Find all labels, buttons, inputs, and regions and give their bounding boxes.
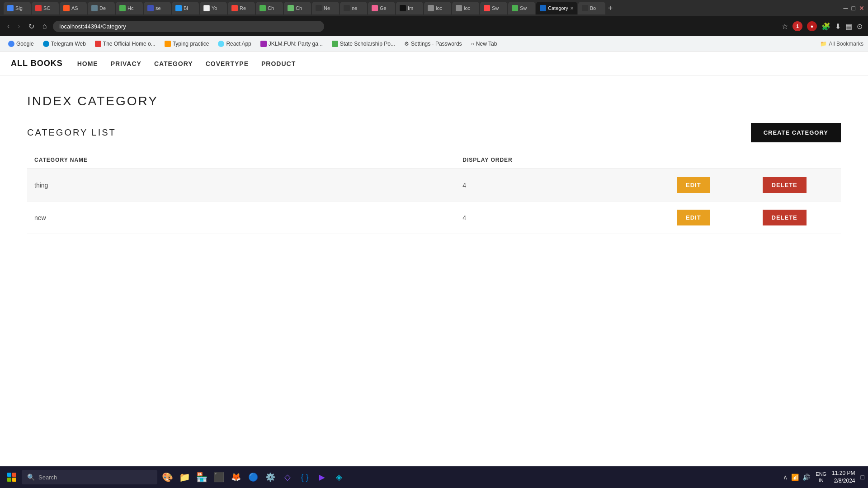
bookmark-new-tab[interactable]: ○ New Tab <box>467 39 501 48</box>
col-display-order: DISPLAY ORDER <box>455 151 670 169</box>
nav-category[interactable]: CATEGORY <box>154 60 193 67</box>
tab-de[interactable]: De <box>88 2 115 14</box>
row2-edit-cell: EDIT <box>670 202 755 234</box>
delete-button-row1[interactable]: DELETE <box>763 177 807 193</box>
forward-button[interactable]: › <box>16 20 22 32</box>
tab-bar: Sig SC AS De Hc se <box>0 0 868 16</box>
tab-ge[interactable]: Ge <box>368 2 395 14</box>
address-bar: ‹ › ↻ ⌂ ☆ 1 ● 🧩 ⬇ ▤ ⊙ <box>0 16 868 36</box>
extension-2-icon[interactable]: ● <box>807 21 817 31</box>
tab-close-icon[interactable]: ✕ <box>570 6 574 11</box>
tab-sw1[interactable]: Sw <box>480 2 507 14</box>
tab-yo[interactable]: Yo <box>200 2 227 14</box>
row1-edit-cell: EDIT <box>670 169 755 202</box>
delete-button-row2[interactable]: DELETE <box>763 210 807 225</box>
bookmark-official-home[interactable]: The Official Home o... <box>91 39 159 48</box>
row1-name: thing <box>27 169 455 202</box>
window-controls: ─ □ ✕ <box>844 5 864 12</box>
page-title: INDEX CATEGORY <box>27 94 841 108</box>
tab-im[interactable]: Im <box>396 2 423 14</box>
tab-re[interactable]: Re <box>228 2 255 14</box>
maximize-button[interactable]: □ <box>852 5 855 12</box>
tab-as[interactable]: AS <box>60 2 87 14</box>
row1-delete-cell: DELETE <box>755 169 841 202</box>
row1-display-order: 4 <box>455 169 670 202</box>
site-nav: ALL BOOKS HOME PRIVACY CATEGORY COVERTYP… <box>0 52 868 76</box>
browser-chrome: Sig SC AS De Hc se <box>0 0 868 350</box>
tab-sig[interactable]: Sig <box>4 2 31 14</box>
tab-ch2[interactable]: Ch <box>284 2 311 14</box>
toolbar-right: ☆ 1 ● 🧩 ⬇ ▤ ⊙ <box>782 21 863 31</box>
nav-covertype[interactable]: COVERTYPE <box>206 60 249 67</box>
col-delete <box>755 151 841 169</box>
nav-home[interactable]: HOME <box>77 60 98 67</box>
bookmark-state-scholarship[interactable]: State Scholarship Po... <box>328 39 399 48</box>
tab-bl[interactable]: Bl <box>172 2 199 14</box>
section-header: CATEGORY LIST CREATE CATEGORY <box>27 123 841 142</box>
edit-button-row1[interactable]: EDIT <box>677 177 710 193</box>
tab-ne1[interactable]: Ne <box>312 2 339 14</box>
tab-loc2[interactable]: loc <box>452 2 479 14</box>
row2-name: new <box>27 202 455 234</box>
bookmarks-bar: Google Telegram Web The Official Home o.… <box>0 36 868 52</box>
bookmark-telegram[interactable]: Telegram Web <box>39 39 90 48</box>
bookmark-icon[interactable]: ☆ <box>782 22 788 31</box>
category-table: CATEGORY NAME DISPLAY ORDER thing 4 EDIT <box>27 151 841 234</box>
tab-ch1[interactable]: Ch <box>256 2 283 14</box>
download-icon[interactable]: ⬇ <box>835 22 841 31</box>
site-logo: ALL BOOKS <box>11 59 63 68</box>
refresh-button[interactable]: ↻ <box>27 20 36 33</box>
tab-ne2[interactable]: ne <box>340 2 367 14</box>
tab-sw2[interactable]: Sw <box>508 2 535 14</box>
nav-product[interactable]: PRODUCT <box>261 60 296 67</box>
tab-category[interactable]: Category ✕ <box>536 2 577 14</box>
bookmark-typing-practice[interactable]: Typing practice <box>161 39 213 48</box>
bookmark-react-app[interactable]: React App <box>214 39 255 48</box>
row2-display-order: 4 <box>455 202 670 234</box>
section-title: CATEGORY LIST <box>27 127 116 138</box>
tab-se[interactable]: se <box>144 2 171 14</box>
all-bookmarks-button[interactable]: 📁 All Bookmarks <box>820 41 863 47</box>
minimize-button[interactable]: ─ <box>844 5 848 12</box>
close-button[interactable]: ✕ <box>859 5 864 12</box>
col-edit <box>670 151 755 169</box>
bookmark-google[interactable]: Google <box>5 39 38 48</box>
address-input[interactable] <box>53 21 324 32</box>
page-content: ALL BOOKS HOME PRIVACY CATEGORY COVERTYP… <box>0 52 868 350</box>
bookmark-settings-passwords[interactable]: ⚙ Settings - Passwords <box>401 39 466 48</box>
back-button[interactable]: ‹ <box>5 20 11 32</box>
bookmark-jklm[interactable]: JKLM.FUN: Party ga... <box>257 39 326 48</box>
tab-list: Sig SC AS De Hc se <box>4 2 843 14</box>
extension-1-icon[interactable]: 1 <box>793 21 802 31</box>
table-row: new 4 EDIT DELETE <box>27 202 841 234</box>
home-button[interactable]: ⌂ <box>41 20 49 32</box>
row2-delete-cell: DELETE <box>755 202 841 234</box>
edit-button-row2[interactable]: EDIT <box>677 210 710 225</box>
tab-hc[interactable]: Hc <box>116 2 143 14</box>
tab-loc1[interactable]: loc <box>424 2 451 14</box>
create-category-button[interactable]: CREATE CATEGORY <box>751 123 841 142</box>
tab-sc[interactable]: SC <box>32 2 59 14</box>
nav-links: HOME PRIVACY CATEGORY COVERTYPE PRODUCT <box>77 60 296 67</box>
col-category-name: CATEGORY NAME <box>27 151 455 169</box>
tab-bo[interactable]: Bo <box>578 2 605 14</box>
nav-privacy[interactable]: PRIVACY <box>111 60 142 67</box>
main-content: INDEX CATEGORY CATEGORY LIST CREATE CATE… <box>0 76 868 252</box>
screencapture-icon[interactable]: ⊙ <box>857 22 863 31</box>
new-tab-button[interactable]: + <box>606 4 615 13</box>
extension-3-icon[interactable]: 🧩 <box>821 22 830 31</box>
table-row: thing 4 EDIT DELETE <box>27 169 841 202</box>
sidebar-icon[interactable]: ▤ <box>845 22 852 31</box>
